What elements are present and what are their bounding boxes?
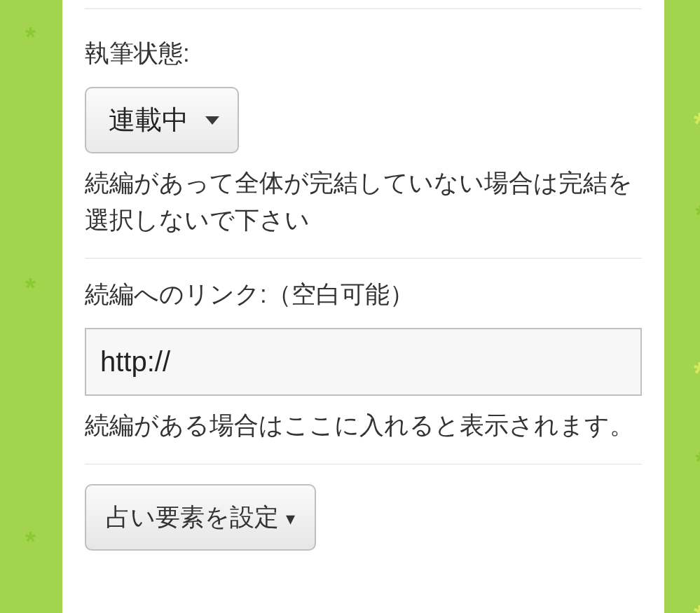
sequel-link-help: 続編がある場合はここに入れると表示されます。 bbox=[85, 407, 642, 444]
asterisk-icon: * bbox=[695, 200, 700, 230]
divider bbox=[85, 8, 642, 9]
writing-status-select[interactable]: 連載中 bbox=[85, 87, 239, 153]
sequel-link-label: 続編へのリンク:（空白可能） bbox=[85, 278, 642, 311]
chevron-down-icon bbox=[205, 116, 219, 125]
sequel-link-section: 続編へのリンク:（空白可能） 続編がある場合はここに入れると表示されます。 bbox=[85, 258, 642, 464]
chevron-down-icon: ▾ bbox=[286, 508, 295, 530]
writing-status-value: 連載中 bbox=[109, 105, 188, 135]
form-panel: 執筆状態: 連載中 続編があって全体が完結していない場合は完結を選択しないで下さ… bbox=[62, 0, 664, 613]
asterisk-icon: * bbox=[25, 527, 36, 557]
asterisk-icon: * bbox=[694, 599, 700, 613]
fortune-button-label: 占い要素を設定 bbox=[106, 503, 279, 530]
asterisk-icon: * bbox=[25, 273, 36, 303]
writing-status-label: 執筆状態: bbox=[85, 37, 642, 70]
asterisk-icon: * bbox=[694, 106, 700, 142]
fortune-section: 占い要素を設定▾ bbox=[85, 464, 642, 570]
writing-status-section: 執筆状態: 連載中 続編があって全体が完結していない場合は完結を選択しないで下さ… bbox=[85, 0, 642, 258]
fortune-settings-button[interactable]: 占い要素を設定▾ bbox=[85, 484, 316, 551]
sequel-link-input[interactable] bbox=[85, 328, 642, 396]
asterisk-icon: * bbox=[694, 356, 700, 391]
asterisk-icon: * bbox=[695, 447, 700, 477]
asterisk-icon: * bbox=[25, 22, 36, 53]
writing-status-help: 続編があって全体が完結していない場合は完結を選択しないで下さい bbox=[85, 165, 642, 238]
